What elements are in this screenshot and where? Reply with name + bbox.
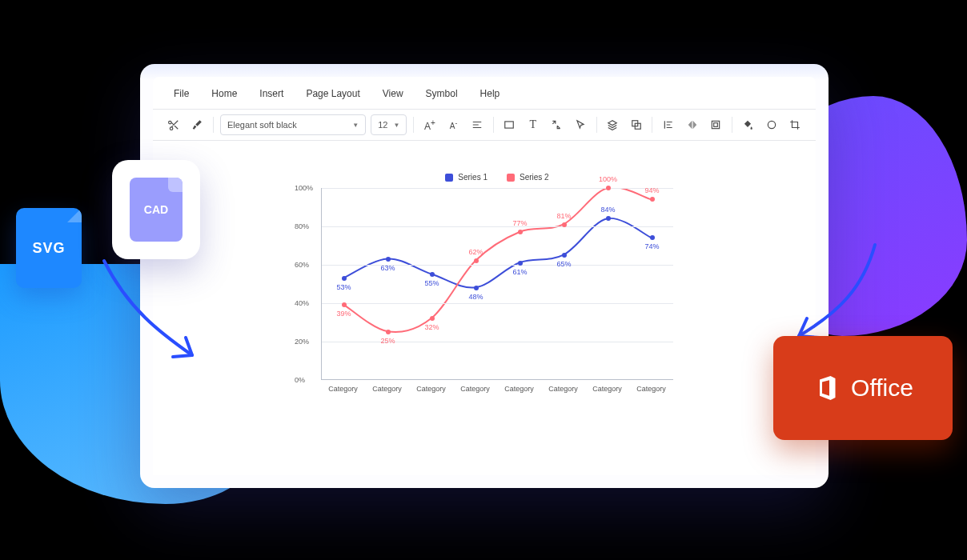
legend-label: Series 1 — [458, 173, 488, 182]
y-tick-label: 40% — [295, 299, 309, 307]
y-tick-label: 100% — [295, 184, 313, 192]
menubar: FileHomeInsertPage LayoutViewSymbolHelp — [153, 77, 816, 110]
data-label: 63% — [380, 264, 395, 272]
chart-x-labels: CategoryCategoryCategoryCategoryCategory… — [321, 385, 673, 393]
align-objects-icon — [663, 119, 674, 130]
separator — [213, 117, 214, 133]
y-tick-label: 60% — [295, 261, 309, 269]
y-tick-label: 20% — [295, 338, 309, 346]
data-point — [606, 186, 611, 190]
y-tick-label: 0% — [295, 376, 305, 384]
data-point — [650, 235, 655, 240]
menu-item-symbol[interactable]: Symbol — [416, 85, 467, 102]
svg-rect-0 — [505, 122, 514, 128]
brush-icon — [191, 119, 203, 130]
cad-file-icon: CAD — [130, 178, 183, 242]
data-point — [606, 216, 611, 221]
x-tick-label: Category — [541, 385, 585, 393]
grid-line — [322, 188, 673, 189]
layers-icon — [607, 119, 618, 130]
connector-tool-button[interactable] — [548, 114, 566, 135]
data-point — [474, 258, 479, 263]
svg-rect-3 — [712, 121, 719, 128]
data-point — [430, 272, 435, 277]
cad-badge-label: CAD — [144, 203, 168, 216]
align-left-icon — [471, 119, 483, 130]
text-icon: T — [530, 118, 537, 131]
data-point — [386, 257, 391, 262]
x-tick-label: Category — [453, 385, 497, 393]
x-tick-label: Category — [365, 385, 409, 393]
data-point — [342, 276, 347, 281]
align-objects-button[interactable] — [659, 114, 677, 135]
data-label: 48% — [468, 293, 483, 301]
data-point — [474, 286, 479, 290]
menu-item-insert[interactable]: Insert — [250, 85, 293, 102]
menu-item-file[interactable]: File — [164, 85, 199, 102]
data-label: 74% — [644, 242, 659, 250]
menu-item-home[interactable]: Home — [202, 85, 247, 102]
data-label: 62% — [468, 248, 483, 256]
data-point — [518, 230, 523, 234]
data-point — [562, 253, 567, 258]
scissors-icon — [168, 119, 179, 130]
menu-item-view[interactable]: View — [373, 85, 413, 102]
x-tick-label: Category — [409, 385, 453, 393]
separator — [652, 117, 652, 133]
data-label: 84% — [600, 206, 615, 214]
font-family-value: Elegant soft black — [227, 120, 297, 130]
font-family-select[interactable]: Elegant soft black ▼ — [220, 114, 366, 135]
decrease-font-button[interactable]: A- — [444, 114, 463, 135]
legend-label: Series 2 — [520, 173, 549, 182]
chart-plot: 0%20%40%60%80%100%53%63%55%48%61%65%84%7… — [321, 188, 673, 380]
data-point — [650, 197, 655, 202]
group-button[interactable] — [627, 114, 645, 135]
canvas[interactable]: Series 1Series 2 0%20%40%60%80%100%53%63… — [153, 141, 816, 475]
font-size-select[interactable]: 12 ▼ — [371, 114, 407, 135]
font-size-value: 12 — [378, 120, 387, 130]
flip-button[interactable] — [683, 114, 701, 135]
data-label: 100% — [599, 175, 617, 183]
chevron-down-icon: ▼ — [352, 122, 359, 129]
separator — [596, 117, 597, 133]
chevron-down-icon: ▼ — [393, 122, 399, 129]
chart-legend: Series 1Series 2 — [321, 173, 673, 182]
layers-button[interactable] — [603, 114, 621, 135]
data-label: 32% — [424, 323, 439, 331]
y-tick-label: 80% — [295, 222, 309, 230]
app-window: FileHomeInsertPage LayoutViewSymbolHelp … — [140, 64, 829, 488]
svg-badge-label: SVG — [32, 240, 65, 257]
chart: Series 1Series 2 0%20%40%60%80%100%53%63… — [321, 173, 673, 429]
fill-color-button[interactable] — [739, 114, 757, 135]
legend-swatch-icon — [445, 174, 453, 182]
format-painter-button[interactable] — [187, 114, 206, 135]
menu-item-page-layout[interactable]: Page Layout — [296, 85, 369, 102]
frame-button[interactable] — [706, 114, 724, 135]
cut-button[interactable] — [164, 114, 183, 135]
office-badge: Office — [773, 336, 953, 440]
connector-icon — [551, 119, 562, 130]
data-label: 61% — [512, 268, 527, 276]
bucket-icon — [742, 119, 753, 130]
svg-rect-4 — [714, 123, 718, 127]
circle-icon — [766, 119, 777, 130]
rectangle-tool-button[interactable] — [500, 114, 519, 135]
pointer-tool-button[interactable] — [571, 114, 589, 135]
crop-icon — [789, 119, 800, 130]
shape-button[interactable] — [762, 114, 780, 135]
data-point — [430, 316, 435, 321]
align-button[interactable] — [467, 114, 486, 135]
increase-font-button[interactable]: A+ — [420, 114, 439, 135]
separator — [493, 117, 494, 133]
cad-file-badge: CAD — [112, 160, 200, 259]
text-tool-button[interactable]: T — [524, 114, 542, 135]
data-point — [562, 222, 567, 227]
crop-button[interactable] — [786, 114, 804, 135]
menu-item-help[interactable]: Help — [471, 85, 510, 102]
pointer-icon — [575, 119, 586, 130]
data-point — [518, 261, 523, 266]
grid-line — [322, 265, 673, 266]
group-icon — [631, 119, 642, 130]
data-label: 55% — [424, 279, 439, 287]
chart-lines — [322, 188, 673, 379]
